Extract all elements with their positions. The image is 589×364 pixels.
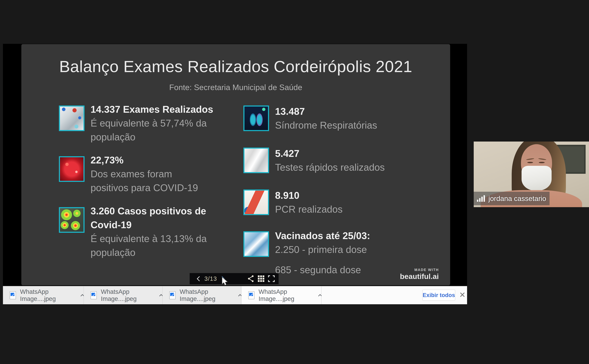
stat-headline: 22,73% — [91, 153, 198, 167]
download-filename: WhatsApp Image....jpeg — [101, 288, 155, 302]
image-file-icon — [10, 291, 16, 299]
share-button[interactable] — [246, 273, 256, 284]
cases-heatmap-photo — [59, 207, 85, 233]
made-with-label: MADE WITH — [400, 268, 439, 272]
downloads-bar: WhatsApp Image....jpeg WhatsApp Image...… — [3, 286, 467, 304]
image-file-icon — [91, 291, 97, 299]
coronavirus-photo — [59, 156, 85, 182]
slide-title: Balanço Exames Realizados Cordeirópolis … — [21, 57, 450, 76]
download-menu-chevron-icon[interactable] — [159, 294, 163, 298]
stat-percent-positivos: 22,73% Dos exames foram positivos para C… — [91, 153, 198, 195]
stat-detail: Síndrome Respiratórias — [275, 118, 377, 132]
rapid-test-photo — [243, 148, 269, 173]
stat-headline: 3.260 Casos positivos de — [91, 204, 207, 218]
participant-name: jordana cassetario — [489, 195, 546, 203]
signal-bars-icon — [477, 195, 485, 202]
chevron-left-icon — [197, 276, 202, 281]
stat-headline: 13.487 — [275, 104, 377, 118]
stat-detail: população — [91, 246, 207, 259]
stat-pcr-realizados: 8.910 PCR realizados — [275, 188, 343, 216]
fullscreen-icon — [268, 275, 275, 282]
stat-sindrome-respiratorias: 13.487 Síndrome Respiratórias — [275, 104, 377, 132]
stat-detail: É equivalente à 57,74% da — [91, 116, 213, 130]
grid-view-icon — [258, 275, 264, 282]
participant-video-tile[interactable]: jordana cassetario — [474, 142, 589, 207]
stat-headline: 14.337 Exames Realizados — [91, 102, 213, 116]
beautiful-ai-logo: beautiful.ai — [400, 272, 439, 281]
image-file-icon — [248, 291, 254, 299]
stat-detail: Dos exames foram — [91, 167, 198, 181]
slide-subtitle: Fonte: Secretaria Municipal de Saúde — [21, 83, 450, 92]
page-indicator: 3/13 — [204, 275, 217, 282]
stat-detail: Testes rápidos realizados — [275, 160, 385, 174]
download-item[interactable]: WhatsApp Image....jpeg — [241, 286, 321, 304]
grid-view-button[interactable] — [256, 273, 266, 284]
fullscreen-button[interactable] — [266, 273, 277, 284]
presentation-slide: Balanço Exames Realizados Cordeirópolis … — [21, 44, 450, 285]
share-icon — [247, 275, 255, 283]
lungs-xray-photo — [243, 105, 269, 131]
download-item[interactable]: WhatsApp Image....jpeg — [3, 286, 84, 304]
vaccine-photo — [243, 231, 269, 257]
stat-detail: positivos para COVID-19 — [91, 181, 198, 195]
previous-slide-button[interactable] — [194, 273, 204, 284]
close-downloads-bar-button[interactable]: ✕ — [458, 290, 467, 299]
video-call-window: Balanço Exames Realizados Cordeirópolis … — [0, 0, 589, 364]
download-filename: WhatsApp Image....jpeg — [180, 288, 234, 302]
stat-casos-positivos: 3.260 Casos positivos de Covid-19 É equi… — [91, 204, 207, 259]
download-filename: WhatsApp Image....jpeg — [20, 288, 77, 302]
stat-testes-rapidos: 5.427 Testes rápidos realizados — [275, 147, 385, 174]
swab-test-photo — [59, 105, 85, 131]
download-menu-chevron-icon[interactable] — [80, 294, 84, 298]
stat-detail: 685 - segunda dose — [275, 263, 370, 277]
stat-detail: população — [91, 130, 213, 144]
stat-vacinados: Vacinados até 25/03: 2.250 - primeira do… — [275, 229, 370, 277]
stat-headline: Vacinados até 25/03: — [275, 229, 370, 243]
stat-detail: É equivalente à 13,13% da — [91, 232, 207, 246]
stat-headline: 5.427 — [275, 147, 385, 160]
download-filename: WhatsApp Image....jpeg — [258, 288, 314, 302]
download-item[interactable]: WhatsApp Image....jpeg — [84, 286, 163, 304]
pcr-tube-photo — [243, 189, 269, 215]
download-menu-chevron-icon[interactable] — [318, 294, 322, 298]
image-file-icon — [169, 291, 176, 299]
download-item[interactable]: WhatsApp Image....jpeg — [163, 286, 241, 304]
stat-headline: Covid-19 — [91, 218, 207, 232]
stat-detail: 2.250 - primeira dose — [275, 243, 370, 256]
download-menu-chevron-icon[interactable] — [238, 294, 242, 298]
mouse-cursor — [221, 277, 230, 287]
participant-name-overlay: jordana cassetario — [474, 192, 549, 205]
slide-viewer-controls: 3/13 — [190, 273, 278, 284]
beautiful-ai-branding: MADE WITH beautiful.ai — [400, 268, 439, 281]
stat-exames-realizados: 14.337 Exames Realizados É equivalente à… — [91, 102, 213, 144]
stat-headline: 8.910 — [275, 188, 343, 202]
stat-detail: PCR realizados — [275, 202, 343, 216]
face-mask — [522, 166, 552, 191]
show-all-downloads-button[interactable]: Exibir todos — [422, 290, 455, 301]
